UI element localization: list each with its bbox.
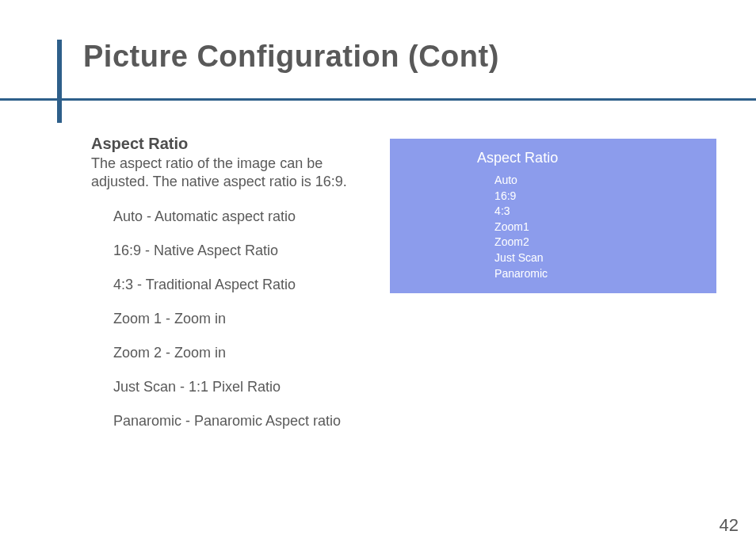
section-description: The aspect ratio of the image can be adj… — [91, 155, 366, 191]
title-vertical-bar — [57, 40, 62, 123]
option-item: Zoom 1 - Zoom in — [113, 311, 366, 327]
menu-options: Auto 16:9 4:3 Zoom1 Zoom2 Just Scan Pana… — [407, 173, 699, 281]
menu-option-zoom2: Zoom2 — [494, 235, 699, 250]
menu-option-just-scan: Just Scan — [494, 250, 699, 266]
menu-option-16-9: 16:9 — [494, 189, 699, 204]
menu-option-panaromic: Panaromic — [494, 266, 699, 282]
page-number: 42 — [720, 515, 739, 536]
option-item: Just Scan - 1:1 Pixel Ratio — [113, 379, 366, 395]
page-title: Picture Configuration (Cont) — [0, 40, 756, 74]
menu-option-4-3: 4:3 — [494, 204, 699, 220]
title-area: Picture Configuration (Cont) — [0, 0, 756, 74]
menu-option-zoom1: Zoom1 — [494, 220, 699, 235]
option-item: Zoom 2 - Zoom in — [113, 345, 366, 361]
aspect-ratio-menu: Aspect Ratio Auto 16:9 4:3 Zoom1 Zoom2 J… — [390, 139, 716, 293]
menu-option-auto: Auto — [494, 173, 699, 189]
content-area: Aspect Ratio The aspect ratio of the ima… — [91, 135, 716, 447]
options-list: Auto - Automatic aspect ratio 16:9 - Nat… — [91, 208, 366, 430]
text-column: Aspect Ratio The aspect ratio of the ima… — [91, 135, 366, 447]
section-heading: Aspect Ratio — [91, 135, 366, 153]
option-item: Panaromic - Panaromic Aspect ratio — [113, 413, 366, 430]
title-horizontal-rule — [0, 98, 756, 101]
option-item: 16:9 - Native Aspect Ratio — [113, 243, 366, 259]
option-item: Auto - Automatic aspect ratio — [113, 208, 366, 225]
option-item: 4:3 - Traditional Aspect Ratio — [113, 277, 366, 293]
menu-title: Aspect Ratio — [407, 150, 699, 166]
